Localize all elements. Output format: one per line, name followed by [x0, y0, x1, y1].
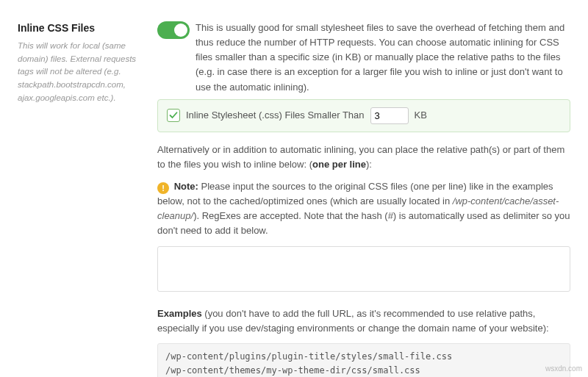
alt-text: Alternatively or in addition to automati…	[157, 143, 570, 172]
note-text: ! Note: Please input the sources to the …	[157, 179, 570, 239]
examples-text: Examples (you don't have to add the full…	[157, 306, 570, 336]
examples-code: /wp-content/plugins/plugin-title/styles/…	[157, 343, 570, 377]
threshold-checkbox[interactable]	[167, 109, 180, 122]
section-title: Inline CSS Files	[18, 21, 144, 37]
check-icon	[169, 111, 178, 120]
intro-text: This is usually good for small styleshee…	[196, 21, 570, 95]
threshold-box: Inline Stylesheet (.css) Files Smaller T…	[157, 99, 570, 132]
threshold-label-before: Inline Stylesheet (.css) Files Smaller T…	[186, 108, 365, 123]
threshold-label-after: KB	[415, 108, 427, 123]
section-description: This will work for local (same domain) f…	[18, 40, 144, 105]
paths-textarea[interactable]	[157, 246, 570, 292]
inline-css-toggle[interactable]	[157, 21, 190, 39]
warning-icon: !	[157, 182, 169, 194]
watermark: wsxdn.com	[545, 363, 582, 375]
threshold-input[interactable]	[370, 107, 409, 124]
